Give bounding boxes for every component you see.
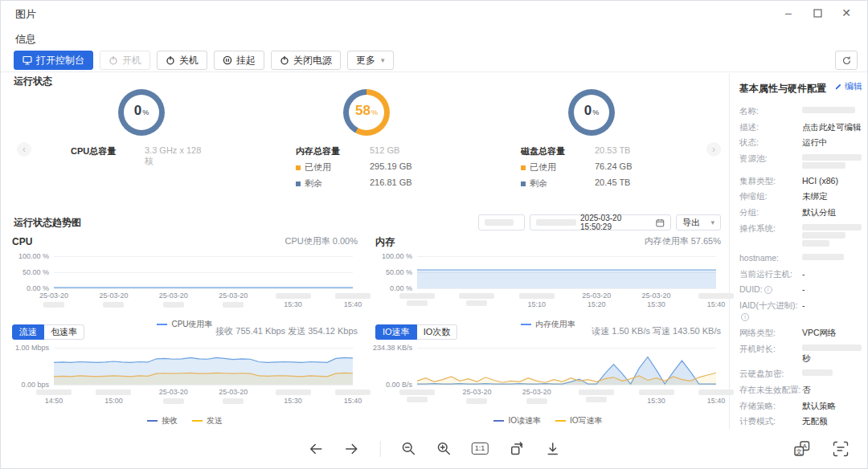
open-console-button[interactable]: 打开控制台 [14, 51, 93, 70]
download-button[interactable] [544, 441, 560, 457]
property-label: 状态: [739, 137, 802, 148]
gauge-total: 512 GB [370, 145, 434, 157]
viewer-toolbar: 1:1 A 文 [1, 429, 867, 468]
disk-gauge: 0% 磁盘总容量20.53 TB已使用76.24 GB剩余20.45 TB [511, 89, 672, 190]
chart-series [417, 348, 716, 385]
property-row: 云硬盘加密: [739, 368, 862, 379]
gauge-legend-name: 剩余 [296, 177, 370, 190]
tab-io-rate[interactable]: IO速率 [375, 324, 417, 340]
date-range-input[interactable]: 2025-03-20 15:50:29 [530, 214, 671, 230]
redacted-text [802, 154, 862, 161]
property-value: - [802, 268, 862, 279]
close-icon: ✕ [841, 6, 851, 19]
maximize-button[interactable] [806, 2, 829, 23]
suspend-button[interactable]: 挂起 [214, 51, 264, 70]
property-row: 状态:运行中 [739, 137, 862, 148]
gauge-value: 0 [584, 104, 592, 117]
x-tick-label [399, 292, 435, 308]
power-on-button[interactable]: 开机 [100, 51, 150, 70]
x-tick-label: 15:10 [519, 292, 555, 309]
property-row: 存在未生效配置:否 [739, 384, 862, 395]
chevron-down-icon: ▾ [381, 56, 385, 64]
tab-packet-rate[interactable]: 包速率 [44, 324, 84, 340]
previous-image-button[interactable] [308, 441, 324, 457]
close-button[interactable]: ✕ [835, 2, 858, 23]
property-row: 操作系统: [739, 222, 862, 248]
info-icon[interactable]: i [741, 313, 749, 321]
property-row: hostname: [739, 252, 862, 263]
tab-flow-rate[interactable]: 流速 [12, 324, 44, 340]
tab-io-count[interactable]: IO次数 [417, 324, 458, 340]
info-icon[interactable]: i [764, 286, 772, 294]
property-row: DUID:i- [739, 283, 862, 295]
legend-item[interactable]: 接收 [147, 415, 178, 426]
refresh-button[interactable] [835, 51, 858, 70]
chart-title: CPU [12, 236, 32, 247]
edit-button[interactable]: 编辑 [834, 80, 862, 92]
zoom-out-icon [401, 441, 416, 456]
next-image-button[interactable] [344, 441, 360, 457]
network-tabs: 流速 包速率 [12, 324, 84, 340]
property-value: 秒 [802, 343, 862, 364]
x-tick-label: 15:30 [276, 292, 311, 309]
trend-controls: 2025-03-20 15:50:29 导出 ▾ [478, 214, 721, 230]
more-button[interactable]: 更多 ▾ [347, 51, 394, 70]
chart-series [417, 256, 716, 288]
minimize-button[interactable]: – [777, 2, 800, 23]
zoom-in-button[interactable] [436, 441, 452, 456]
property-row: IAID(十六进制):i- [739, 300, 862, 322]
chart-x-axis: 14:5015:0025-03-2025-03-2015:3015:40 [54, 388, 353, 407]
gauge-value: 58 [355, 104, 371, 117]
property-label: 伸缩组: [739, 190, 802, 202]
property-row: 当前运行主机:- [739, 268, 862, 279]
actual-size-button[interactable]: 1:1 [472, 442, 489, 455]
gauge-total: 20.53 TB [595, 145, 659, 157]
properties-fields: 名称:描述:点击此处可编辑状态:运行中资源池:集群类型:HCI (x86)伸缩组… [739, 105, 862, 429]
cpu-gauge: 0% CPU总容量3.3 GHz x 128 核 [61, 89, 222, 167]
x-tick-label [399, 388, 435, 404]
property-row: 伸缩组:未绑定 [739, 190, 862, 202]
power-off-button[interactable]: 关闭电源 [271, 51, 341, 70]
property-value [802, 153, 862, 170]
chevron-down-icon: ▾ [710, 218, 714, 226]
property-label: 云硬盘加密: [739, 368, 802, 379]
property-row: 描述:点击此处可编辑 [739, 121, 862, 133]
redacted-text [802, 254, 844, 260]
rotate-button[interactable] [508, 441, 524, 457]
redacted-text [536, 219, 576, 226]
toolbar-divider [1, 71, 867, 72]
x-tick-label: 25-03-20 [159, 388, 188, 406]
time-range-select[interactable] [478, 214, 525, 230]
chart-title: 内存 [375, 236, 395, 247]
property-value [802, 222, 862, 248]
y-tick-label: 100.00 % [18, 252, 49, 260]
property-row: 计费模式:无配额 [739, 415, 862, 426]
zoom-out-button[interactable] [401, 441, 416, 456]
translate-button[interactable]: A 文 [793, 440, 811, 458]
legend-item[interactable]: IO写速率 [555, 415, 603, 426]
chart-y-axis: 234.38 KB/s0.00 B/s [375, 348, 412, 385]
rotate-icon [508, 441, 524, 457]
carousel-next-button[interactable]: › [706, 142, 721, 157]
export-button[interactable]: 导出 ▾ [676, 214, 721, 230]
x-tick-label: 25-03-20 [99, 292, 128, 309]
legend-item[interactable]: 发送 [192, 415, 223, 426]
shutdown-button[interactable]: 关机 [157, 51, 207, 70]
ocr-scan-button[interactable] [832, 440, 850, 458]
carousel-prev-button[interactable]: ‹ [17, 142, 31, 157]
gauge-legend-name: 已使用 [296, 161, 370, 173]
legend-dash-icon [493, 420, 504, 422]
property-value: 未绑定 [802, 190, 862, 202]
main-content: 运行状态 ‹ › 0% CPU总容量3.3 GHz x 128 核 58% 内存… [12, 73, 726, 430]
gauge-legend-name: 剩余 [521, 177, 595, 190]
legend-item[interactable]: IO读速率 [493, 415, 541, 426]
gauge-legend-value: 20.45 TB [595, 177, 659, 190]
property-value: 默认分组 [802, 206, 862, 218]
redacted-text [802, 232, 845, 239]
property-label: IAID(十六进制):i [739, 300, 802, 322]
chart-plot [417, 348, 716, 385]
gauge-label: 磁盘总容量 [521, 145, 595, 157]
property-value[interactable]: 点击此处可编辑 [802, 121, 862, 133]
property-label: 开机时长: [739, 343, 802, 364]
shutdown-icon [166, 55, 175, 65]
